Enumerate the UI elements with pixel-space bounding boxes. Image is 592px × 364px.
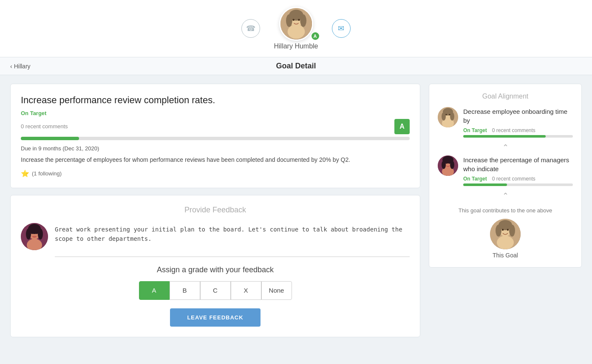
page-title: Goal Detail <box>276 62 316 71</box>
alignment-goal-2-text: Increase the percentage of managers who … <box>463 155 573 173</box>
star-icon: ⭐ <box>21 169 29 178</box>
svg-point-13 <box>26 229 31 240</box>
user-name: Hillary Humble <box>274 42 318 50</box>
grade-section-title: Assign a grade with your feedback <box>21 265 410 274</box>
svg-point-32 <box>445 162 447 164</box>
alignment-goal-1: Decrease employee onboarding time by On … <box>438 107 573 138</box>
main-content: Increase performance review completion r… <box>0 75 592 346</box>
goal-card: Increase performance review completion r… <box>10 84 420 188</box>
leave-feedback-button[interactable]: LEAVE FEEDBACK <box>170 308 260 327</box>
svg-point-8 <box>294 23 298 25</box>
svg-point-4 <box>286 14 292 27</box>
feedback-textarea[interactable]: Great work presenting your initial plan … <box>55 223 410 257</box>
svg-point-22 <box>442 112 446 121</box>
email-button[interactable]: ✉ <box>332 19 351 38</box>
this-goal-contributes-text: This goal contributes to the one above <box>438 207 573 214</box>
feedback-body: Great work presenting your initial plan … <box>21 223 410 257</box>
alignment-title: Goal Alignment <box>438 93 573 100</box>
feedback-card: Provide Feedback <box>10 195 420 337</box>
goal-comments-row: 0 recent comments A <box>21 119 410 134</box>
alignment-goal-2: Increase the percentage of managers who … <box>438 155 573 186</box>
svg-point-2 <box>287 25 305 39</box>
alignment-goal-2-content: Increase the percentage of managers who … <box>463 155 573 186</box>
alignment-goal-1-comments: 0 recent comments <box>492 127 535 133</box>
goal-title: Increase performance review completion r… <box>21 94 410 107</box>
avatar-svg <box>280 8 312 40</box>
grade-btn-none[interactable]: None <box>261 281 292 300</box>
chevron-up-icon-1: ⌃ <box>502 143 509 152</box>
user-profile: A Hillary Humble <box>274 7 318 50</box>
following-count: (1 following) <box>32 170 62 177</box>
chevron-up-icon-2: ⌃ <box>502 192 509 200</box>
chevron-left-icon: ‹ <box>10 63 12 70</box>
grade-btn-x[interactable]: X <box>231 281 261 300</box>
goal-status: On Target <box>21 110 410 116</box>
goal-grade-badge: A <box>394 119 410 134</box>
alignment-goal-2-comments: 0 recent comments <box>492 176 535 182</box>
user-avatar <box>279 7 313 41</box>
alignment-goal-1-progress <box>463 135 573 138</box>
right-column: Goal Alignment Decreas <box>429 84 582 337</box>
feedback-user-avatar <box>21 223 48 250</box>
svg-point-33 <box>449 162 450 164</box>
nav-row: ‹ Hillary Goal Detail <box>0 57 592 75</box>
alignment-goal-2-progress-fill <box>463 183 507 186</box>
alignment-card: Goal Alignment Decreas <box>429 84 582 268</box>
align-avatar-2-svg <box>438 155 458 176</box>
svg-point-31 <box>450 161 454 169</box>
avatar-badge: A <box>311 31 320 41</box>
svg-point-38 <box>496 225 501 237</box>
alignment-goal-1-progress-fill <box>463 135 546 138</box>
alignment-goal-1-status-row: On Target 0 recent comments <box>463 127 573 133</box>
grade-btn-a[interactable]: A <box>139 281 170 300</box>
goal-comments-text: 0 recent comments <box>21 123 68 130</box>
alignment-goal-2-status-row: On Target 0 recent comments <box>463 176 573 182</box>
goal-progress-bar <box>21 137 410 140</box>
svg-point-25 <box>449 114 450 116</box>
grade-section: Assign a grade with your feedback A B C … <box>21 265 410 327</box>
left-column: Increase performance review completion r… <box>10 84 420 337</box>
svg-point-30 <box>442 161 446 169</box>
this-goal-avatar-svg <box>490 219 521 249</box>
alignment-avatar-1 <box>438 107 458 127</box>
alignment-goal-2-progress <box>463 183 573 186</box>
svg-point-16 <box>36 232 38 234</box>
svg-point-6 <box>292 19 295 21</box>
breadcrumb-back[interactable]: ‹ Hillary <box>10 63 31 70</box>
svg-point-14 <box>38 229 43 240</box>
this-goal-avatar <box>490 219 521 249</box>
svg-point-15 <box>31 232 33 234</box>
alignment-goal-1-status: On Target <box>463 127 487 133</box>
svg-point-41 <box>507 229 509 231</box>
alignment-goal-2-status: On Target <box>463 176 487 182</box>
this-goal-section: This goal contributes to the one above <box>438 204 573 259</box>
grade-btn-b[interactable]: B <box>170 281 200 300</box>
svg-point-7 <box>298 19 300 21</box>
alignment-goal-1-content: Decrease employee onboarding time by On … <box>463 107 573 138</box>
svg-point-36 <box>497 236 514 249</box>
chevron-connector-1: ⌃ <box>438 143 573 152</box>
header: ☎ A Hillary Humble <box>0 0 592 57</box>
grade-btn-c[interactable]: C <box>200 281 231 300</box>
phone-button[interactable]: ☎ <box>241 19 260 38</box>
svg-point-23 <box>450 112 454 121</box>
phone-icon: ☎ <box>246 24 255 33</box>
svg-point-5 <box>300 14 306 27</box>
grade-buttons: A B C X None <box>21 281 410 300</box>
feedback-avatar-svg <box>21 223 48 250</box>
goal-progress-fill <box>21 137 79 140</box>
svg-point-17 <box>33 236 36 237</box>
align-avatar-1-svg <box>438 107 458 127</box>
feedback-card-title: Provide Feedback <box>21 206 410 214</box>
alignment-goal-1-text: Decrease employee onboarding time by <box>463 107 573 125</box>
goal-description: Increase the percentage of employees for… <box>21 155 410 164</box>
email-icon: ✉ <box>338 24 344 33</box>
breadcrumb-label: Hillary <box>14 63 31 70</box>
this-goal-label: This Goal <box>438 252 573 259</box>
svg-point-39 <box>509 225 515 237</box>
following-row[interactable]: ⭐ (1 following) <box>21 169 410 178</box>
svg-point-24 <box>445 114 447 116</box>
svg-point-40 <box>502 229 504 231</box>
alignment-avatar-2 <box>438 155 458 176</box>
chevron-connector-2: ⌃ <box>438 191 573 200</box>
